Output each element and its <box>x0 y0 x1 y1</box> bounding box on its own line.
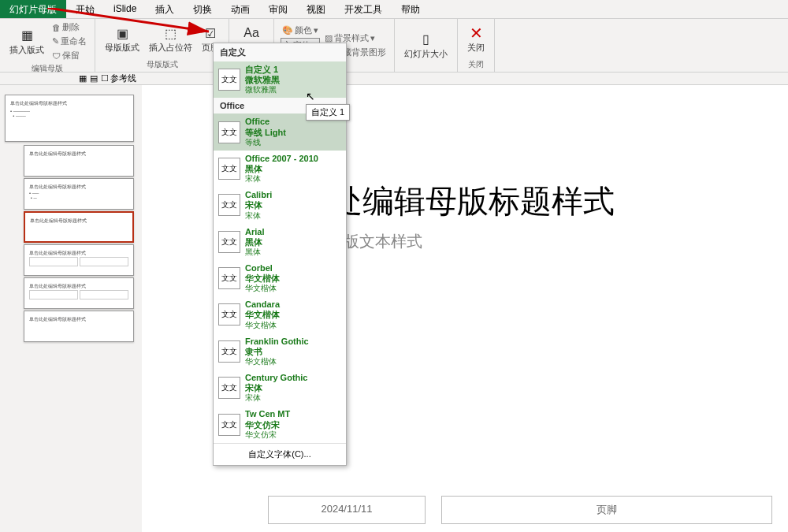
font-preview-icon: 文文 <box>218 121 240 143</box>
rename-button[interactable]: ✎重命名 <box>50 35 88 48</box>
font-scheme-century[interactable]: 文文 Century Gothic宋体宋体 <box>214 370 346 406</box>
colors-button[interactable]: 🎨颜色▾ <box>281 24 320 37</box>
close-master-button[interactable]: ✕ 关闭 关闭母版视图 <box>464 24 488 55</box>
tab-islide[interactable]: iSlide <box>104 0 146 18</box>
group-label-master-layout: 母版版式 <box>147 59 178 70</box>
slide-size-button[interactable]: ▯ 幻灯片大小 <box>401 30 451 61</box>
tab-transitions[interactable]: 切换 <box>184 0 221 18</box>
tab-view[interactable]: 视图 <box>297 0 335 18</box>
font-preview-icon: 文文 <box>218 414 240 436</box>
font-preview-icon: 文文 <box>218 377 240 399</box>
close-icon: ✕ <box>468 25 484 41</box>
date-placeholder[interactable]: 2024/11/11 <box>268 496 426 524</box>
thumb-layout-1[interactable]: 单击此处编辑母版标题样式 <box>24 145 134 177</box>
font-preview-icon: 文文 <box>218 340 240 363</box>
ribbon-group-master-layout: ▣ 母版版式 ⬚ 插入占位符 ☑ 页脚 母版版式 <box>95 19 229 72</box>
thumb-layout-2[interactable]: 单击此处编辑母版标题样式• ── • ─ <box>24 178 134 210</box>
themes-icon: Aa <box>243 25 259 41</box>
tab-animations[interactable]: 动画 <box>221 0 259 18</box>
font-preview-icon: 文文 <box>218 231 240 253</box>
dropdown-header-custom: 自定义 <box>214 43 346 61</box>
size-icon: ▯ <box>418 32 434 47</box>
ribbon-group-edit-master: ▦ 插入版式 🗑删除 ✎重命名 🛡保留 编辑母版 <box>0 19 95 72</box>
colors-icon: 🎨 <box>282 25 293 35</box>
preserve-icon: 🛡 <box>52 51 61 61</box>
tab-home[interactable]: 开始 <box>66 0 104 18</box>
font-preview-icon: 文文 <box>218 303 240 326</box>
customize-fonts-button[interactable]: 自定义字体(C)... <box>214 443 346 465</box>
font-preview-icon: 文文 <box>218 267 240 289</box>
ribbon-group-close: ✕ 关闭 关闭母版视图 关闭 <box>458 19 495 72</box>
cursor-icon: ↖ <box>306 90 315 102</box>
master-layout-button[interactable]: ▣ 母版版式 <box>102 24 143 55</box>
tab-help[interactable]: 帮助 <box>392 0 429 18</box>
tab-slide-master[interactable]: 幻灯片母版 <box>0 0 66 18</box>
thumb-layout-6[interactable]: 单击此处编辑母版标题样式 <box>24 311 134 342</box>
chevron-down-icon: ▾ <box>370 33 375 43</box>
ruler-bar: ▦ ▤ ☐参考线 <box>0 73 788 85</box>
checkbox-icon: ☐ <box>101 73 109 84</box>
tab-insert[interactable]: 插入 <box>146 0 184 18</box>
preserve-button[interactable]: 🛡保留 <box>50 49 88 62</box>
thumb-master[interactable]: 单击此处编辑母版标题样式• ───── • ─── <box>5 95 134 142</box>
ruler-icon: ▦ <box>79 73 87 84</box>
ribbon: ▦ 插入版式 🗑删除 ✎重命名 🛡保留 编辑母版 ▣ 母版版式 ⬚ 插入占位符 … <box>0 19 788 73</box>
tooltip: 自定义 1 <box>306 104 350 121</box>
rename-icon: ✎ <box>52 36 59 47</box>
font-preview-icon: 文文 <box>218 158 240 180</box>
ruler-icon-2: ▤ <box>90 73 98 84</box>
chevron-down-icon: ▾ <box>314 25 318 35</box>
ribbon-group-size: ▯ 幻灯片大小 <box>395 19 458 72</box>
font-scheme-arial[interactable]: 文文 Arial黑体黑体 <box>214 224 346 260</box>
placeholder-icon: ⬚ <box>163 25 179 41</box>
font-scheme-office-2007[interactable]: 文文 Office 2007 - 2010黑体宋体 <box>214 151 346 187</box>
insert-layout-button[interactable]: ▦ 插入版式 <box>6 26 47 58</box>
font-scheme-franklin[interactable]: 文文 Franklin Gothic隶书华文楷体 <box>214 333 346 370</box>
font-scheme-calibri[interactable]: 文文 Calibri宋体宋体 <box>214 187 346 223</box>
font-preview-icon: 文文 <box>218 194 240 216</box>
group-label-edit-master: 编辑母版 <box>32 63 63 74</box>
master-layout-icon: ▣ <box>114 25 130 41</box>
thumb-layout-4[interactable]: 单击此处编辑母版标题样式 <box>24 244 134 276</box>
font-preview-icon: 文文 <box>218 69 240 91</box>
layout-icon: ▦ <box>19 28 35 43</box>
ribbon-tabs: 幻灯片母版 开始 iSlide 插入 切换 动画 审阅 视图 开发工具 帮助 <box>0 0 788 19</box>
thumb-layout-5[interactable]: 单击此处编辑母版标题样式 <box>24 277 134 309</box>
group-label-close: 关闭 <box>468 59 484 70</box>
font-scheme-custom-1[interactable]: 文文 自定义 1微软雅黑微软雅黑 <box>214 61 346 98</box>
tab-review[interactable]: 审阅 <box>259 0 297 18</box>
font-scheme-corbel[interactable]: 文文 Corbel华文楷体华文楷体 <box>214 260 346 296</box>
insert-layout-label: 插入版式 <box>9 44 44 56</box>
footer-icon: ☑ <box>203 25 218 41</box>
font-scheme-twcen[interactable]: 文文 Tw Cen MT华文仿宋华文仿宋 <box>214 406 346 442</box>
delete-button[interactable]: 🗑删除 <box>50 20 88 34</box>
master-subtitle-placeholder[interactable]: 处编辑母版文本样式 <box>281 231 788 252</box>
thumb-layout-3[interactable]: 单击此处编辑母版标题样式 <box>24 211 134 243</box>
thumbnail-panel[interactable]: 单击此处编辑母版标题样式• ───── • ─── 单击此处编辑母版标题样式 单… <box>0 85 142 532</box>
delete-icon: 🗑 <box>52 23 61 32</box>
workspace: 单击此处编辑母版标题样式• ───── • ─── 单击此处编辑母版标题样式 单… <box>0 85 788 532</box>
font-scheme-candara[interactable]: 文文 Candara华文楷体华文楷体 <box>214 296 346 333</box>
footer-placeholder[interactable]: 页脚 <box>441 496 772 524</box>
tab-dev[interactable]: 开发工具 <box>335 0 392 18</box>
guides-checkbox[interactable]: ☐参考线 <box>101 73 136 84</box>
insert-placeholder-button[interactable]: ⬚ 插入占位符 <box>146 24 195 55</box>
